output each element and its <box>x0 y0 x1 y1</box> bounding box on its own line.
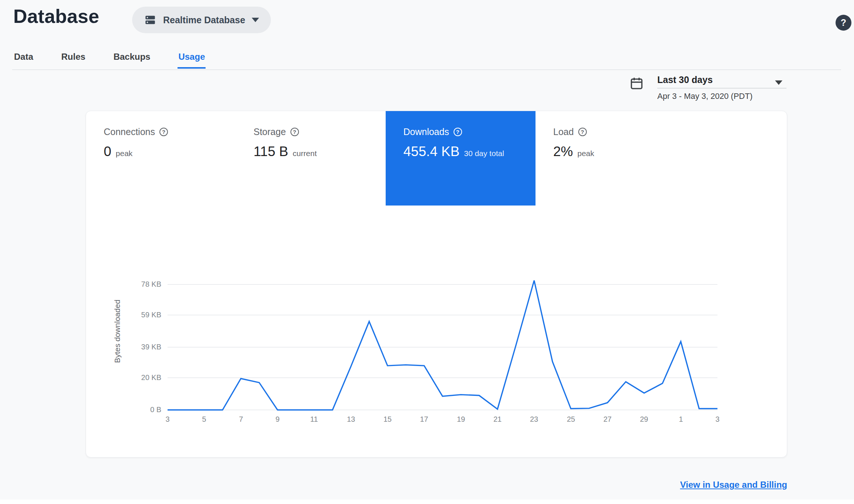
x-tick-label: 15 <box>383 415 392 424</box>
help-icon[interactable]: ? <box>159 128 168 136</box>
x-tick-label: 27 <box>603 415 612 424</box>
help-button[interactable]: ? <box>836 15 851 31</box>
metric-storage[interactable]: Storage ? 115 B current <box>236 111 386 206</box>
metric-load[interactable]: Load ? 2% peak <box>536 111 685 206</box>
y-tick-label: 39 KB <box>141 343 161 351</box>
tabs-divider <box>12 69 841 70</box>
x-tick-label: 29 <box>640 415 648 424</box>
chart-y-axis: 78 KB59 KB39 KB20 KB0 B <box>124 279 161 414</box>
x-tick-label: 19 <box>457 415 465 424</box>
database-usage-page: Database Realtime Database ? Data Rules … <box>0 0 854 504</box>
metric-label: Downloads <box>403 127 449 137</box>
x-tick-label: 9 <box>275 415 279 424</box>
chart-x-axis: 35791113151719212325272913 <box>168 415 717 426</box>
y-tick-label: 59 KB <box>141 311 161 319</box>
chevron-down-icon <box>252 18 259 22</box>
metric-value: 115 B <box>254 144 288 159</box>
metric-value: 455.4 KB <box>403 144 459 159</box>
tab-backups[interactable]: Backups <box>113 52 151 69</box>
y-tick-label: 20 KB <box>141 373 161 382</box>
help-icon[interactable]: ? <box>290 128 299 136</box>
x-tick-label: 25 <box>567 415 575 424</box>
x-tick-label: 7 <box>239 415 243 424</box>
x-tick-label: 13 <box>347 415 355 424</box>
tab-usage[interactable]: Usage <box>178 52 206 69</box>
x-tick-label: 17 <box>420 415 428 424</box>
x-tick-label: 11 <box>310 415 318 424</box>
x-tick-label: 5 <box>202 415 206 424</box>
help-icon[interactable]: ? <box>578 128 587 136</box>
tab-rules[interactable]: Rules <box>61 52 86 69</box>
metric-unit: current <box>293 149 317 158</box>
tab-data[interactable]: Data <box>13 52 34 69</box>
y-tick-label: 0 B <box>150 405 161 414</box>
metric-connections[interactable]: Connections ? 0 peak <box>86 111 236 206</box>
chart-y-axis-title: Bytes downloaded <box>113 300 122 363</box>
db-selector-label: Realtime Database <box>163 15 245 25</box>
metric-downloads[interactable]: Downloads ? 455.4 KB 30 day total <box>386 111 536 206</box>
downloads-chart[interactable] <box>168 279 717 414</box>
metric-label: Load <box>553 127 574 137</box>
y-tick-label: 78 KB <box>141 280 161 289</box>
metric-unit: 30 day total <box>464 149 504 158</box>
x-tick-label: 3 <box>715 415 719 424</box>
date-range-detail: Apr 3 - May 3, 2020 (PDT) <box>657 92 753 101</box>
calendar-icon <box>629 76 644 91</box>
database-icon <box>144 14 156 26</box>
metric-value: 0 <box>104 144 111 159</box>
date-range-divider <box>657 88 786 89</box>
usage-card: Connections ? 0 peak Storage ? 115 B cur… <box>86 111 787 458</box>
metric-value: 2% <box>553 144 573 159</box>
metric-label: Storage <box>254 127 286 137</box>
chevron-down-icon[interactable] <box>775 80 782 85</box>
view-usage-billing-link[interactable]: View in Usage and Billing <box>680 480 787 490</box>
x-tick-label: 21 <box>493 415 502 424</box>
page-title: Database <box>13 4 99 28</box>
x-tick-label: 3 <box>165 415 169 424</box>
database-type-selector[interactable]: Realtime Database <box>132 7 271 33</box>
tab-bar: Data Rules Backups Usage <box>13 52 206 69</box>
metric-label: Connections <box>104 127 155 137</box>
x-tick-label: 1 <box>679 415 683 424</box>
bottom-strip <box>0 500 854 504</box>
date-range-dropdown[interactable]: Last 30 days <box>657 75 713 85</box>
metric-unit: peak <box>116 149 133 158</box>
x-tick-label: 23 <box>530 415 538 424</box>
metric-unit: peak <box>577 149 594 158</box>
help-icon[interactable]: ? <box>454 128 462 136</box>
